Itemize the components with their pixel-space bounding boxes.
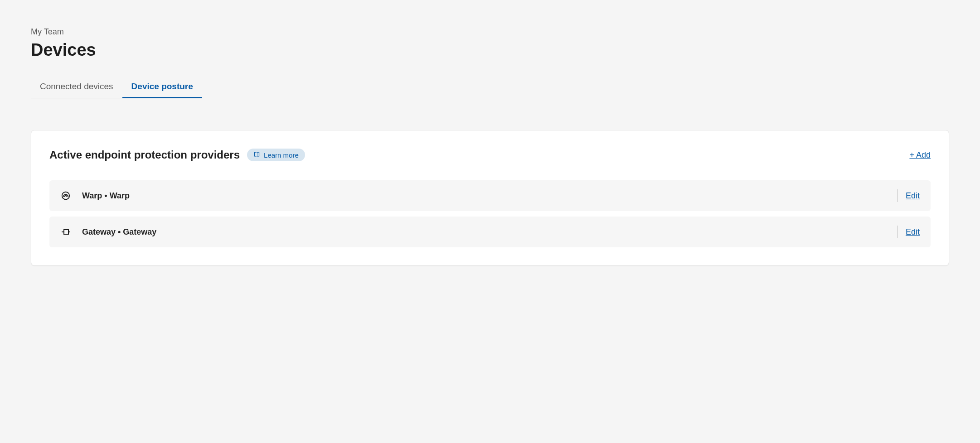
svg-rect-1 [64, 230, 68, 234]
provider-list: Warp • Warp Edit Gateway • Gateway [49, 180, 931, 247]
provider-row: Gateway • Gateway Edit [49, 217, 931, 247]
page-title: Devices [31, 40, 949, 60]
book-icon [253, 151, 260, 159]
divider [897, 189, 898, 202]
providers-card: Active endpoint protection providers Lea… [31, 130, 949, 266]
provider-name: Warp • Warp [82, 191, 130, 201]
card-header-left: Active endpoint protection providers Lea… [49, 149, 305, 161]
breadcrumb: My Team [31, 27, 949, 37]
provider-actions: Edit [897, 189, 920, 202]
warp-icon [60, 190, 71, 201]
divider [897, 226, 898, 238]
card-title: Active endpoint protection providers [49, 149, 240, 161]
provider-row: Warp • Warp Edit [49, 180, 931, 211]
gateway-icon [60, 226, 71, 237]
edit-button[interactable]: Edit [906, 191, 920, 201]
provider-left: Gateway • Gateway [60, 226, 156, 237]
provider-left: Warp • Warp [60, 190, 130, 201]
provider-actions: Edit [897, 226, 920, 238]
card-header: Active endpoint protection providers Lea… [49, 149, 931, 161]
edit-button[interactable]: Edit [906, 227, 920, 237]
tab-connected-devices[interactable]: Connected devices [31, 76, 122, 98]
add-button[interactable]: + Add [909, 150, 931, 160]
learn-more-label: Learn more [264, 151, 299, 159]
provider-name: Gateway • Gateway [82, 227, 156, 237]
tab-device-posture[interactable]: Device posture [122, 76, 202, 98]
tabs: Connected devices Device posture [31, 76, 202, 98]
learn-more-button[interactable]: Learn more [247, 149, 305, 161]
